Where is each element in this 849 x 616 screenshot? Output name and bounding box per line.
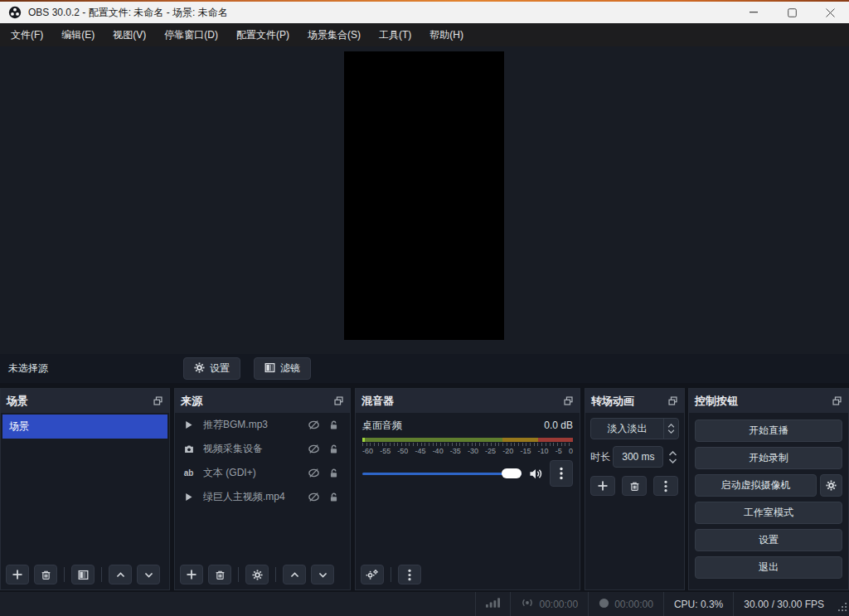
window-title: OBS 30.0.2 - 配置文件: 未命名 - 场景: 未命名 [28, 6, 228, 20]
audio-mixer-panel: 混音器 桌面音频 0.0 dB -60 -55 -50 -45 -40 -35 … [355, 388, 580, 590]
eye-slash-icon[interactable] [303, 491, 323, 503]
source-row[interactable]: ab 文本 (GDI+) [175, 461, 350, 485]
menu-help[interactable]: 帮助(H) [420, 23, 473, 46]
cpu-usage-cell: CPU: 0.3% [663, 592, 733, 616]
duration-input[interactable]: 300 ms [613, 446, 663, 468]
remove-scene-button[interactable] [34, 565, 57, 584]
broadcast-icon [521, 598, 534, 610]
minimize-button[interactable] [735, 2, 773, 23]
sources-panel-header[interactable]: 来源 [175, 389, 350, 413]
unlock-icon[interactable] [323, 444, 343, 455]
audio-channel-name: 桌面音频 [362, 419, 402, 433]
volume-slider-handle[interactable] [502, 468, 522, 478]
transition-menu-button[interactable] [653, 476, 678, 496]
record-time-cell: 00:00:00 [588, 592, 663, 616]
transition-select[interactable]: 淡入淡出 [590, 418, 679, 439]
tick-label: -35 [450, 447, 461, 455]
advanced-audio-icon[interactable] [361, 565, 384, 584]
popout-icon[interactable] [153, 395, 163, 406]
divider [275, 567, 276, 582]
camera-icon [182, 444, 196, 454]
resize-grip[interactable] [838, 603, 847, 614]
source-name: 视频采集设备 [203, 442, 303, 456]
menu-docks[interactable]: 停靠窗口(D) [155, 23, 227, 46]
start-virtual-camera-button[interactable]: 启动虚拟摄像机 [695, 474, 817, 497]
program-canvas[interactable] [344, 51, 504, 340]
dock-area: 场景 场景 来源 [0, 383, 849, 592]
mixer-menu-button[interactable] [398, 565, 421, 584]
scenes-panel: 场景 场景 [0, 388, 170, 590]
add-scene-button[interactable] [6, 565, 29, 584]
start-recording-button[interactable]: 开始录制 [695, 447, 842, 469]
source-up-button[interactable] [283, 565, 306, 584]
source-down-button[interactable] [311, 565, 334, 584]
audio-level-db: 0.0 dB [544, 420, 573, 431]
menu-tools[interactable]: 工具(T) [370, 23, 420, 46]
transitions-title: 转场动画 [591, 394, 634, 409]
remove-transition-button[interactable] [622, 476, 647, 496]
volume-slider-track[interactable] [362, 473, 522, 475]
start-streaming-button[interactable]: 开始直播 [695, 420, 842, 442]
chevron-updown-icon[interactable] [663, 419, 678, 439]
volume-slider[interactable] [362, 468, 522, 478]
duration-stepper[interactable] [666, 451, 679, 463]
controls-panel-header[interactable]: 控制按钮 [689, 389, 848, 413]
obs-logo-icon [8, 6, 22, 19]
exit-button[interactable]: 退出 [695, 556, 842, 579]
source-properties-label: 设置 [210, 361, 230, 376]
scenes-toolbar [1, 560, 169, 589]
popout-icon[interactable] [563, 395, 574, 406]
menu-profile[interactable]: 配置文件(P) [227, 23, 298, 46]
menu-file[interactable]: 文件(F) [2, 23, 52, 46]
unlock-icon[interactable] [323, 468, 343, 479]
mixer-channel-menu-button[interactable] [550, 460, 573, 487]
source-properties-toolbar-button[interactable] [245, 565, 269, 584]
scenes-panel-header[interactable]: 场景 [1, 389, 169, 413]
popout-icon[interactable] [333, 395, 344, 406]
tick-label: -45 [415, 447, 425, 455]
scene-item-selected[interactable]: 场景 [2, 415, 167, 439]
source-row[interactable]: 绿巨人主视频.mp4 [175, 485, 350, 509]
scenes-list: 场景 [1, 413, 169, 560]
unlock-icon[interactable] [323, 492, 343, 503]
popout-icon[interactable] [667, 395, 678, 406]
preview-area[interactable] [0, 46, 849, 354]
scene-name: 场景 [9, 420, 29, 434]
stream-health-cell [475, 592, 510, 616]
source-row[interactable]: 推荐BGM.mp3 [175, 413, 350, 437]
tick-label: -60 [362, 447, 373, 455]
scene-up-button[interactable] [109, 565, 132, 584]
virtual-camera-settings-button[interactable] [820, 474, 842, 497]
settings-button[interactable]: 设置 [695, 529, 842, 551]
menu-edit[interactable]: 编辑(E) [52, 23, 104, 46]
scene-filters-button[interactable] [71, 565, 95, 584]
mixer-panel-header[interactable]: 混音器 [356, 389, 580, 413]
studio-mode-button[interactable]: 工作室模式 [695, 502, 842, 524]
add-transition-button[interactable] [590, 476, 615, 496]
scene-down-button[interactable] [137, 565, 160, 584]
source-row[interactable]: 视频采集设备 [175, 437, 350, 461]
title-bar[interactable]: OBS 30.0.2 - 配置文件: 未命名 - 场景: 未命名 [0, 2, 849, 23]
tick-label: -40 [433, 447, 444, 455]
status-bar: 00:00:00 00:00:00 CPU: 0.3% 30.00 / 30.0… [0, 592, 849, 616]
source-properties-button[interactable]: 设置 [183, 357, 240, 380]
remove-source-button[interactable] [208, 565, 231, 584]
volume-meter [362, 438, 573, 442]
transitions-panel: 转场动画 淡入淡出 时长 300 ms [585, 388, 685, 590]
speaker-icon[interactable] [528, 468, 543, 480]
maximize-button[interactable] [773, 2, 811, 23]
eye-slash-icon[interactable] [303, 419, 323, 431]
popout-icon[interactable] [832, 395, 842, 406]
unlock-icon[interactable] [323, 420, 343, 431]
gear-icon [194, 362, 205, 376]
menu-view[interactable]: 视图(V) [104, 23, 155, 46]
transitions-panel-header[interactable]: 转场动画 [585, 389, 684, 413]
eye-slash-icon[interactable] [303, 443, 323, 455]
add-source-button[interactable] [180, 565, 203, 584]
menu-scene-collection[interactable]: 场景集合(S) [298, 23, 370, 46]
source-filters-button[interactable]: 滤镜 [254, 357, 311, 380]
divider [64, 567, 65, 582]
stream-time: 00:00:00 [539, 599, 578, 610]
eye-slash-icon[interactable] [303, 467, 323, 479]
close-button[interactable] [811, 2, 849, 23]
